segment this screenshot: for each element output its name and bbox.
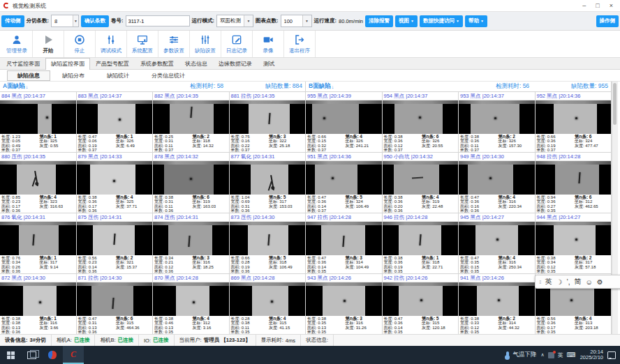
vertical-scrollbar[interactable] — [612, 82, 618, 334]
defect-cell[interactable]: 954 黑点 |20:14:37长度: 0.38宽度: 0.36面积: 0.12… — [383, 92, 459, 152]
defect-cell[interactable]: 943 黑点 |20:14:26长度: 0.38宽度: 0.35面积: 0.13… — [306, 274, 382, 334]
operate-side-button[interactable]: 操作侧 — [596, 15, 619, 27]
clear-alarm-button[interactable]: 清除报警 — [365, 15, 393, 27]
defect-cell-header: 879 黑点 |20:14:33 — [77, 153, 153, 161]
main-tab-3[interactable]: 系统参数配置 — [135, 58, 179, 69]
toolbar-button-play[interactable]: 开始 — [33, 31, 64, 57]
toolbar-button-tune[interactable]: 调试模式 — [96, 31, 127, 57]
start-button[interactable] — [0, 346, 21, 364]
sub-tab-3[interactable]: 分类信息统计 — [141, 70, 195, 81]
ime-settings-gear-icon[interactable]: ⚙ — [597, 278, 603, 286]
toolbar-button-user[interactable]: 管理登录 — [1, 31, 33, 57]
defect-cell[interactable]: 884 黑点 |20:14:37长度: 1.23宽度: 0.05面积: 0.49… — [0, 92, 76, 152]
chart-points-select[interactable]: 100 ▼ — [281, 15, 312, 27]
defect-thumbnail — [383, 161, 459, 195]
metadata-right-column: 第n条: 6坐标: 312灰度: 462.65 — [575, 195, 598, 208]
defect-cell[interactable]: 870 黑点 |20:14:28长度: 0.38宽度: 0.46面积: 0.13… — [153, 274, 229, 334]
defect-cell[interactable]: 947 拉伤 |20:14:28长度: 0.47宽度: 0.36面积: 0.14… — [306, 213, 382, 273]
main-tab-1[interactable]: 缺陷监控界面 — [45, 58, 90, 70]
defect-cell[interactable]: 944 黑点 |20:14:27长度: 0.38宽度: 0.34面积: 0.12… — [536, 213, 612, 273]
drag-handle-icon[interactable]: ⁞⁞ — [539, 279, 540, 285]
defect-cell[interactable]: 879 黑点 |20:14:33长度: 0.38宽度: 0.36面积: 0.17… — [77, 153, 153, 213]
sub-tab-2[interactable]: 缺陷统计 — [96, 70, 140, 81]
main-tab-0[interactable]: 尺寸监控界面 — [1, 58, 45, 69]
defect-cell[interactable]: 953 黑点 |20:14:37长度: 0.38宽度: 0.36面积: 0.11… — [459, 92, 535, 152]
toolbar-button-params[interactable]: 参数设置 — [158, 31, 190, 57]
defect-cell[interactable]: 955 黑点 |20:14:39长度: 0.66宽度: 0.15面积: 0.32… — [306, 92, 382, 152]
sort-down-icon[interactable]: ↓ — [26, 84, 29, 89]
sub-tab-0[interactable]: 缺陷信息 — [7, 70, 50, 81]
active-app-button[interactable]: C — [63, 346, 84, 364]
main-tab-4[interactable]: 状态信息 — [179, 58, 213, 69]
defect-cell-header: 948 拉伤 |20:14:28 — [536, 153, 612, 161]
clock[interactable]: 20:14 2025/2/10 — [580, 349, 603, 361]
sort-down-icon[interactable]: ↓ — [332, 84, 334, 89]
defect-cell[interactable]: 880 压伤 |20:14:35长度: 0.85宽度: 0.23面积: 0.17… — [0, 153, 76, 213]
gray-value: 灰度: 157.30 — [498, 144, 522, 148]
defect-cell[interactable]: 876 氧化 |20:14:31长度: 0.76宽度: 0.34面积: 0.26… — [0, 213, 76, 273]
defect-cell[interactable]: 946 拉伤 |20:14:28长度: 0.38宽度: 0.36面积: 0.19… — [383, 213, 459, 273]
defect-mark — [271, 301, 273, 303]
defect-cell[interactable]: 875 压伤 |20:14:31长度: 0.56宽度: 0.23面积: 0.14… — [77, 213, 153, 273]
defect-cell[interactable]: 881 拉伤 |20:14:35长度: 0.75宽度: 0.16面积: 0.22… — [230, 92, 306, 152]
slit-count-select[interactable]: 8 ▼ — [51, 15, 79, 27]
defect-cell[interactable]: 948 拉伤 |20:14:28长度: 0.94宽度: 0.36面积: 0.27… — [536, 153, 612, 213]
defect-cell[interactable]: 942 拉伤 |20:14:26长度: 0.47宽度: 0.36面积: 0.14… — [383, 274, 459, 334]
ime-mode-toggle[interactable]: 英 — [545, 277, 552, 287]
ime-emoji-icon[interactable]: ☺ — [585, 278, 592, 286]
ime-fullwidth-moon-icon[interactable]: ☽ — [556, 278, 562, 286]
drive-side-button[interactable]: 传动侧 — [1, 15, 24, 27]
defect-cell[interactable]: 950 小白坑 |20:14:32长度: 0.38宽度: 0.36面积: 0.2… — [383, 153, 459, 213]
quick-access-menu-button[interactable]: 数据快捷访问▼ — [420, 15, 463, 27]
ime-simplified-toggle[interactable]: 简 — [574, 277, 581, 287]
sub-tab-1[interactable]: 缺陷分布 — [52, 70, 95, 81]
main-tab-2[interactable]: 产品型号配置 — [90, 58, 135, 69]
toolbar-button-exit[interactable]: 退出程序 — [284, 31, 316, 57]
defect-cell[interactable]: 878 黑点 |20:14:32长度: 0.38宽度: 0.31面积: 0.11… — [153, 153, 229, 213]
material-band — [176, 286, 210, 316]
task-view-button[interactable] — [21, 346, 42, 364]
toolbar-button-stop[interactable]: 停止 — [64, 31, 96, 57]
metadata-right-column: 第n条: 6坐标: 324灰度: 477.47 — [575, 135, 598, 148]
defect-cell[interactable]: 869 黑点 |20:14:28长度: 0.28宽度: 0.38面积: 0.11… — [230, 274, 306, 334]
minimize-button[interactable]: – — [582, 1, 586, 10]
defect-cell[interactable]: 952 黑点 |20:14:36长度: 0.66宽度: 0.36面积: 0.19… — [536, 92, 612, 152]
main-tab-5[interactable]: 边缘数据记录 — [213, 58, 258, 69]
close-button[interactable]: × — [610, 1, 613, 10]
toolbar-button-camera[interactable]: 录像 — [253, 31, 284, 57]
run-mode-select[interactable]: 双面检测 ▼ — [216, 15, 253, 27]
toolbar-button-defect[interactable]: 缺陷设置 — [190, 31, 221, 57]
view-menu-button[interactable]: 视图▼ — [395, 15, 418, 27]
defect-cell[interactable]: 872 黑点 |20:14:30长度: 0.38宽度: 0.38面积: 0.13… — [0, 274, 76, 334]
defect-cell[interactable]: 882 黑点 |20:14:35长度: 0.25宽度: 0.31面积: 0.11… — [153, 92, 229, 152]
pinned-app-button[interactable] — [42, 346, 63, 364]
defect-metadata: 长度: 0.94宽度: 0.36面积: 0.27米数: 0.35第n条: 6坐标… — [536, 195, 612, 213]
help-menu-button[interactable]: 帮助▼ — [465, 15, 487, 27]
weather-text[interactable]: 气温下降 — [513, 351, 537, 359]
gray-value: 灰度: 31.26 — [345, 326, 366, 330]
defect-cell[interactable]: 871 拉伤 |20:14:30长度: 0.47宽度: 0.31面积: 0.13… — [77, 274, 153, 334]
material-band — [93, 225, 135, 255]
defect-cell[interactable]: 873 压伤 |20:14:30长度: 0.66宽度: 0.28面积: 0.19… — [230, 213, 306, 273]
defect-cell[interactable]: 877 氧化 |20:14:31长度: 1.04宽度: 0.69面积: 0.31… — [230, 153, 306, 213]
action-center-icon[interactable] — [607, 351, 616, 359]
toolbar-button-label: 管理登录 — [6, 47, 27, 54]
maximize-button[interactable]: □ — [596, 1, 599, 10]
defect-cell[interactable]: 874 压伤 |20:14:31长度: 0.34宽度: 0.21面积: 0.12… — [153, 213, 229, 273]
defect-cell[interactable]: 951 黑点 |20:14:36长度: 0.47宽度: 0.36面积: 0.14… — [306, 153, 382, 213]
defect-cell[interactable]: 883 黑点 |20:14:37长度: 0.47宽度: 0.06面积: 0.19… — [77, 92, 153, 152]
roll-number-input[interactable] — [126, 15, 190, 26]
defect-cell[interactable]: 949 黑点 |20:14:30长度: 0.47宽度: 0.36面积: 0.16… — [459, 153, 535, 213]
toolbar-button-log[interactable]: 日志记录 — [221, 31, 253, 57]
main-tab-6[interactable]: 测试 — [258, 58, 280, 69]
notification-badge-icon[interactable] — [548, 352, 554, 358]
keyboard-icon[interactable]: ⌨ — [567, 351, 576, 358]
scrollbar-thumb[interactable] — [613, 83, 617, 125]
tray-expand-icon[interactable]: ∧ — [541, 352, 545, 358]
confirm-count-button[interactable]: 确认条数 — [81, 15, 109, 27]
input-language-indicator[interactable]: 英 — [558, 351, 563, 359]
toolbar-button-monitor[interactable]: 系统配置 — [127, 31, 158, 57]
defect-cell[interactable]: 941 黑点 |20:14:26长度: 0.38宽度: 0.33面积: 0.12… — [459, 274, 535, 334]
ime-punctuation-toggle[interactable]: ’, — [566, 278, 570, 286]
defect-cell[interactable]: 945 黑点 |20:14:27长度: 0.47宽度: 0.35面积: 0.15… — [459, 213, 535, 273]
